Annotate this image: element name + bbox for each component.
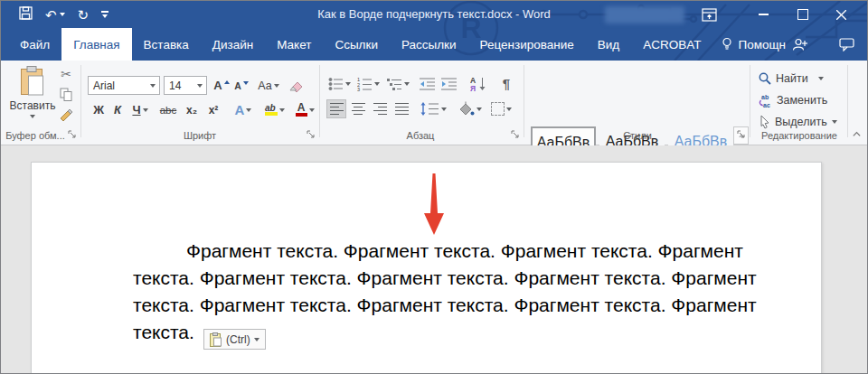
cut-button[interactable]: ✂ (55, 64, 77, 83)
close-button[interactable] (826, 1, 856, 28)
paint-bucket-icon (457, 101, 475, 117)
strikethrough-button[interactable]: abc (156, 100, 180, 119)
select-label: Выделить (775, 116, 827, 128)
format-painter-button[interactable] (55, 106, 77, 125)
font-size-select[interactable]: 14 (164, 76, 207, 95)
underline-button[interactable]: Ч (127, 100, 153, 119)
customize-qat-button[interactable] (101, 11, 108, 18)
find-caret-icon (818, 77, 824, 80)
tell-me-assistant[interactable]: Помощн (712, 28, 795, 61)
collapse-ribbon-button[interactable] (852, 129, 862, 139)
superscript-label: x² (209, 104, 219, 117)
clear-formatting-button[interactable] (287, 76, 307, 95)
justify-icon (395, 103, 409, 116)
font-dialog-launcher[interactable] (307, 130, 316, 140)
redo-icon[interactable]: ↻ (78, 8, 90, 22)
undo-button[interactable]: ↶ (45, 8, 65, 22)
bullets-caret-icon (345, 82, 351, 86)
borders-icon (491, 102, 505, 116)
increase-indent-button[interactable] (439, 74, 458, 93)
save-icon[interactable] (19, 6, 33, 23)
italic-button[interactable]: К (109, 100, 126, 119)
font-color-letter: А (296, 103, 307, 113)
title-bar: ↶ ↻ Как в Ворде подчеркнуть текст.docx -… (1, 1, 867, 28)
font-family-value: Arial (93, 79, 146, 92)
find-button[interactable]: Найти (759, 70, 824, 88)
tab-layout[interactable]: Макет (265, 28, 323, 61)
align-right-button[interactable] (370, 99, 390, 118)
comments-button[interactable] (831, 28, 862, 61)
text-highlight-button[interactable]: ab (261, 100, 288, 119)
shrink-font-button[interactable]: А (232, 76, 250, 95)
borders-button[interactable] (487, 99, 514, 118)
show-marks-button[interactable]: ¶ (496, 74, 516, 93)
ribbon-display-options-button[interactable] (695, 1, 722, 28)
bullets-icon (328, 77, 344, 91)
paragraph-line[interactable]: текста. Фрагмент текста. Фрагмент текста… (133, 267, 757, 289)
select-button[interactable]: Выделить (759, 113, 837, 131)
tab-acrobat[interactable]: ACROBAT (631, 28, 712, 61)
customize-qat-bar (101, 11, 108, 13)
change-case-button[interactable]: Aa (256, 76, 281, 95)
bullets-button[interactable] (326, 74, 352, 93)
grow-font-button[interactable]: А (212, 76, 231, 95)
minimize-icon (759, 14, 769, 15)
paragraph-line[interactable]: текста. (133, 322, 194, 343)
shrink-font-caret-icon (243, 81, 249, 85)
paragraph-line[interactable]: текста. Фрагмент текста. Фрагмент текста… (133, 295, 757, 316)
change-case-caret-icon (274, 84, 279, 88)
copy-button[interactable] (55, 85, 77, 104)
tab-file[interactable]: Файл (8, 28, 61, 61)
tab-insert[interactable]: Вставка (132, 28, 201, 61)
paste-options-caret-icon (254, 338, 259, 341)
multilevel-list-button[interactable] (384, 74, 411, 93)
find-label: Найти (776, 72, 808, 85)
highlight-caret-icon (279, 108, 285, 112)
subscript-button[interactable]: x₂ (182, 100, 202, 119)
numbering-button[interactable]: 123 (355, 74, 381, 93)
tab-home[interactable]: Главная (61, 28, 131, 61)
font-family-select[interactable]: Arial (88, 76, 160, 95)
paragraph-dialog-launcher[interactable] (511, 130, 521, 140)
paste-button[interactable]: Вставить (8, 66, 57, 118)
align-center-icon (352, 103, 365, 116)
clipboard-dialog-launcher[interactable] (68, 130, 78, 140)
tab-references[interactable]: Ссылки (323, 28, 390, 61)
shrink-font-letter: А (234, 80, 241, 91)
red-down-arrow (419, 173, 449, 237)
paragraph-line[interactable]: Фрагмент текста. Фрагмент текста. Фрагме… (133, 240, 743, 262)
tab-view[interactable]: Вид (586, 28, 631, 61)
replace-button[interactable]: ab ac Заменить (759, 91, 827, 109)
ribbon: Вставить ✂ Буфер обм... Arial 14 (1, 61, 867, 145)
font-family-caret-icon (150, 84, 156, 88)
bold-button[interactable]: Ж (90, 100, 108, 119)
font-color-button[interactable]: А (292, 100, 317, 119)
paste-options-button[interactable]: (Ctrl) (203, 329, 266, 350)
svg-text:ac: ac (763, 102, 770, 108)
justify-button[interactable] (392, 99, 411, 118)
scissors-icon: ✂ (61, 67, 71, 81)
text-effects-button[interactable]: А (231, 100, 256, 119)
shading-button[interactable] (455, 99, 484, 118)
change-case-label: Aa (258, 79, 271, 92)
numbering-icon: 123 (357, 77, 373, 91)
sort-button[interactable]: А Я (466, 74, 491, 93)
styles-dialog-launcher[interactable] (737, 130, 747, 140)
align-left-button[interactable] (326, 99, 346, 118)
maximize-button[interactable] (789, 1, 816, 28)
share-button[interactable] (784, 28, 815, 61)
superscript-button[interactable]: x² (203, 100, 223, 119)
ribbon-display-icon (702, 8, 717, 22)
tab-review[interactable]: Рецензирование (468, 28, 586, 61)
decrease-indent-button[interactable] (417, 74, 437, 93)
title-and-tabs-header: R ↶ ↻ Как в Ворде подче (1, 1, 867, 61)
svg-text:3: 3 (357, 87, 360, 91)
align-center-button[interactable] (348, 99, 368, 118)
minimize-button[interactable] (750, 1, 777, 28)
clipboard-group-label: Буфер обм... (3, 130, 68, 141)
format-painter-icon (59, 108, 73, 123)
eraser-icon (289, 79, 304, 92)
line-spacing-button[interactable] (419, 99, 448, 118)
tab-mailings[interactable]: Рассылки (390, 28, 468, 61)
tab-design[interactable]: Дизайн (201, 28, 265, 61)
